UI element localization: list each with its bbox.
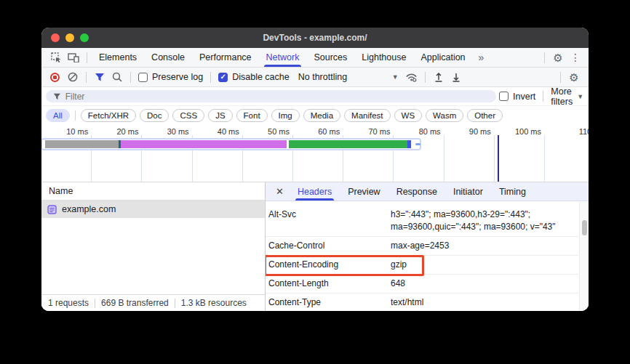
header-name: Content-Length (268, 278, 391, 290)
tab-sources[interactable]: Sources (306, 48, 354, 67)
detail-tab-response[interactable]: Response (388, 182, 445, 201)
divider (95, 299, 95, 308)
preserve-log-checkbox[interactable]: Preserve log (138, 72, 203, 82)
invert-checkbox[interactable]: Invert (499, 92, 535, 102)
device-toolbar-icon[interactable] (65, 49, 82, 65)
more-filters-label: More filters (551, 86, 573, 107)
network-settings-gear-icon[interactable]: ⚙ (565, 69, 583, 85)
divider (425, 72, 426, 83)
tab-network[interactable]: Network (259, 48, 307, 67)
chip-other[interactable]: Other (467, 109, 503, 122)
chip-manifest[interactable]: Manifest (344, 109, 390, 122)
more-tabs-icon[interactable]: » (473, 48, 490, 67)
chip-wasm[interactable]: Wasm (426, 109, 463, 122)
header-value: gzip (391, 259, 557, 271)
request-list-panel: Name example.com 1 requests 669 B transf… (41, 182, 266, 311)
timeline-tick-label: 110 (548, 127, 589, 136)
header-value: max-age=2453 (391, 240, 557, 252)
invert-label: Invert (513, 92, 535, 102)
divider (543, 91, 543, 102)
close-window-button[interactable] (51, 33, 60, 42)
detail-tab-preview[interactable]: Preview (340, 182, 388, 201)
waterfall-segment-bar_magenta (121, 140, 287, 148)
divider (175, 299, 175, 308)
detail-tab-timing[interactable]: Timing (491, 182, 534, 201)
detail-tab-headers[interactable]: Headers (290, 182, 340, 201)
traffic-lights (51, 33, 89, 42)
record-network-log-icon[interactable] (50, 73, 60, 82)
chevron-down-icon: ▼ (577, 93, 583, 100)
scrollbar[interactable] (579, 201, 589, 311)
funnel-icon (53, 93, 61, 100)
zoom-window-button[interactable] (80, 33, 89, 42)
clear-network-log-icon[interactable] (64, 69, 81, 85)
tab-lighthouse[interactable]: Lighthouse (354, 48, 413, 67)
header-row[interactable]: Content-Type text/html (266, 294, 578, 311)
header-row[interactable]: Alt-Svc h3=":443"; ma=93600,h3-29=":443"… (266, 206, 578, 237)
divider (210, 72, 211, 83)
filter-funnel-icon[interactable] (91, 69, 108, 85)
resources-size: 1.3 kB resources (181, 298, 247, 308)
timeline-tick-label: 80 ms (397, 127, 441, 136)
timeline-tick-label: 60 ms (296, 127, 340, 136)
tab-console[interactable]: Console (144, 48, 192, 67)
document-icon (47, 205, 57, 214)
divider (544, 52, 545, 63)
network-overview-timeline[interactable]: 10 ms20 ms30 ms40 ms50 ms60 ms70 ms80 ms… (41, 125, 589, 182)
timeline-tick-label: 90 ms (447, 127, 491, 136)
timeline-gridline (494, 135, 495, 182)
chip-css[interactable]: CSS (172, 109, 204, 122)
filter-input-wrap[interactable] (46, 90, 496, 102)
scrollbar-thumb[interactable] (582, 220, 587, 235)
chip-ws[interactable]: WS (394, 109, 423, 122)
chip-all[interactable]: All (46, 109, 70, 122)
request-type-filters: All Fetch/XHR Doc CSS JS Font Img Media … (41, 106, 589, 125)
search-icon[interactable] (108, 69, 126, 85)
detail-tab-bar: ✕ Headers Preview Response Initiator Tim… (266, 182, 589, 201)
header-row-content-encoding[interactable]: Content-Encoding gzip (266, 256, 578, 275)
minimize-window-button[interactable] (65, 33, 74, 42)
filter-row: Invert More filters ▼ (41, 87, 589, 106)
inspect-element-icon[interactable] (47, 49, 65, 65)
headers-list: Alt-Svc h3=":443"; ma=93600,h3-29=":443"… (266, 201, 589, 311)
preserve-log-label: Preserve log (152, 72, 203, 82)
header-row[interactable]: Content-Length 648 (266, 275, 578, 294)
throttling-select[interactable]: No throttling ▼ (298, 72, 399, 82)
tab-application[interactable]: Application (413, 48, 472, 67)
request-row-example-com[interactable]: example.com (41, 201, 265, 218)
name-column-header[interactable]: Name (41, 182, 265, 201)
chip-media[interactable]: Media (303, 109, 340, 122)
divider (560, 72, 561, 83)
kebab-menu-icon[interactable]: ⋮ (567, 49, 584, 65)
more-filters-button[interactable]: More filters ▼ (548, 86, 586, 107)
disable-cache-checkbox[interactable]: ✓ Disable cache (218, 72, 290, 82)
checkbox-unchecked[interactable] (138, 73, 148, 82)
network-body: Name example.com 1 requests 669 B transf… (41, 182, 589, 311)
header-row[interactable]: Cache-Control max-age=2453 (266, 237, 578, 256)
checkbox-unchecked[interactable] (499, 92, 509, 101)
waterfall-segment-bar_cap_blue (407, 140, 412, 148)
panel-tabs: Elements Console Performance Network Sou… (92, 48, 490, 67)
transferred-size: 669 B transferred (101, 298, 169, 308)
settings-gear-icon[interactable]: ⚙ (549, 49, 567, 65)
network-conditions-icon[interactable] (403, 69, 420, 85)
waterfall-segment-bar_green (289, 140, 407, 148)
chip-fetch-xhr[interactable]: Fetch/XHR (81, 109, 136, 122)
chip-js[interactable]: JS (208, 109, 232, 122)
import-har-icon[interactable] (430, 69, 447, 85)
filter-input[interactable] (65, 92, 489, 102)
tab-elements[interactable]: Elements (92, 48, 144, 67)
timeline-tick-label: 70 ms (346, 127, 390, 136)
detail-tab-initiator[interactable]: Initiator (445, 182, 491, 201)
overview-waterfall-bar[interactable] (42, 139, 420, 149)
timeline-tick-label: 50 ms (246, 127, 290, 136)
export-har-icon[interactable] (447, 69, 465, 85)
chip-doc[interactable]: Doc (140, 109, 169, 122)
header-name: Alt-Svc (268, 209, 391, 233)
tab-performance[interactable]: Performance (192, 48, 259, 67)
chip-font[interactable]: Font (236, 109, 268, 122)
close-detail-icon[interactable]: ✕ (270, 186, 290, 197)
checkbox-checked[interactable]: ✓ (218, 73, 228, 82)
header-value: 648 (391, 278, 557, 290)
chip-img[interactable]: Img (271, 109, 300, 122)
